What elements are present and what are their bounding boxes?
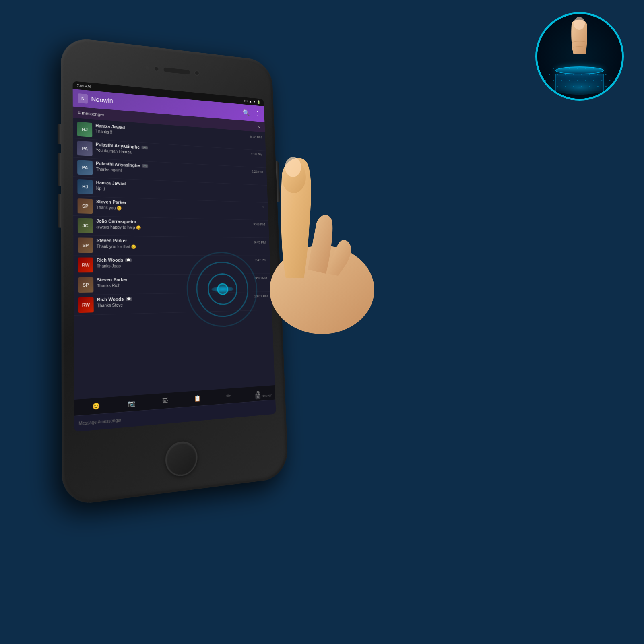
corner-finger — [564, 16, 596, 58]
app-title: Neowin — [91, 96, 113, 105]
clipboard-icon[interactable]: 📋 — [194, 395, 201, 402]
cylinder-shape — [555, 66, 604, 87]
scene: 7:05 AM H+ ▲ ▼ 🔋 N Neowin 🔍 ⋮ — [0, 0, 644, 644]
sender-badge: 🎮 — [142, 164, 149, 168]
sender-badge: 🎮 — [142, 145, 148, 149]
sender-badge: 💬 — [126, 297, 132, 301]
search-icon[interactable]: 🔍 — [243, 109, 250, 116]
status-signal: H+ ▲ ▼ 🔋 — [244, 99, 261, 104]
avatar: RW — [78, 297, 94, 313]
camera-lens — [194, 70, 200, 76]
corner-finger-svg — [564, 16, 596, 56]
svg-point-36 — [574, 17, 585, 30]
finger-svg — [201, 137, 382, 338]
camera-area — [145, 65, 200, 76]
avatar: SP — [78, 198, 93, 214]
edit-icon[interactable]: ✏ — [226, 392, 231, 399]
corner-badge — [535, 12, 624, 101]
avatar: JC — [78, 218, 93, 233]
channel-name: # messenger — [78, 110, 104, 117]
corner-badge-inner — [537, 14, 622, 99]
volume-up-button — [58, 153, 61, 186]
finger-touch — [201, 137, 382, 338]
sender-name: Pulasthi Ariyasinghe — [96, 161, 140, 168]
sender-name: Pulasthi Ariyasinghe — [96, 142, 140, 150]
camera-icon[interactable]: 📷 — [128, 400, 135, 407]
header-left: N Neowin — [78, 93, 113, 106]
image-icon[interactable]: 🖼 — [162, 397, 168, 405]
avatar: SP — [78, 237, 93, 253]
svg-point-28 — [553, 68, 554, 69]
avatar: PA — [77, 160, 93, 175]
avatar: SP — [78, 277, 94, 293]
emoji-icon[interactable]: 😊 — [92, 402, 100, 410]
avatar: HJ — [77, 122, 93, 137]
more-options-icon[interactable]: ⋮ — [254, 110, 260, 117]
sender-name: Steven Parker — [97, 277, 128, 282]
mute-button — [58, 124, 61, 144]
watermark-text: Neowin — [262, 393, 272, 398]
cylinder-body — [555, 74, 604, 91]
avatar: PA — [77, 141, 93, 156]
header-icons: 🔍 ⋮ — [243, 109, 260, 117]
sender-badge: 💬 — [125, 258, 132, 262]
sender-name: Steven Parker — [96, 199, 126, 205]
sender-name: Rich Woods — [97, 297, 124, 302]
sender-name: Steven Parker — [97, 238, 127, 243]
svg-point-20 — [549, 74, 550, 75]
avatar: RW — [78, 257, 93, 272]
status-time: 7:05 AM — [77, 83, 91, 89]
message-placeholder: Message #messenger — [78, 418, 121, 426]
sensor — [145, 66, 149, 70]
volume-down-button — [58, 194, 61, 228]
speaker — [164, 67, 190, 74]
watermark-logo: N — [255, 394, 260, 400]
svg-point-2 — [285, 157, 301, 177]
neowin-logo-icon: N — [78, 93, 88, 104]
expand-icon[interactable]: ∨ — [258, 124, 261, 129]
avatar: HJ — [77, 179, 93, 194]
front-camera — [154, 66, 159, 72]
sender-name: Rich Woods — [97, 258, 123, 262]
message-input-bar[interactable]: Message #messenger — [74, 400, 276, 432]
sender-name: Hamza Jawad — [96, 180, 126, 186]
cylinder-top — [555, 66, 604, 74]
home-button[interactable] — [165, 440, 198, 478]
sender-name: Hamza Jawad — [95, 123, 125, 130]
sender-name: João Carrasqueira — [96, 219, 136, 224]
